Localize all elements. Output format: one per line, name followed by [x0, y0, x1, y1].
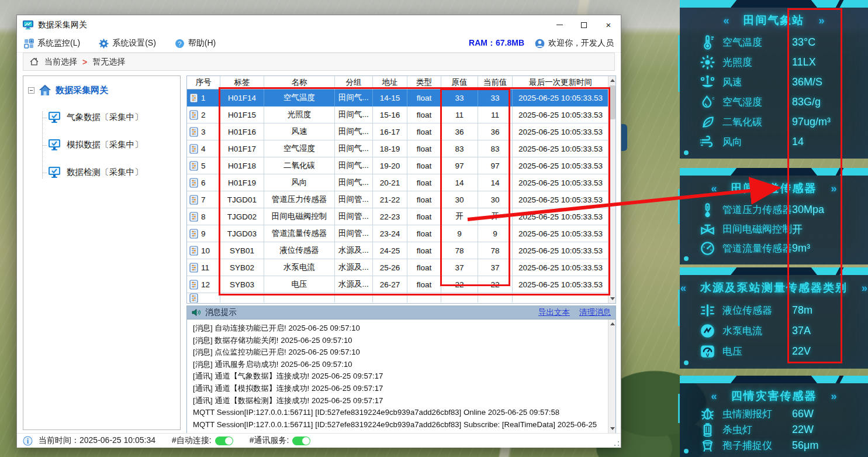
panel-next-icon[interactable]: » [831, 183, 837, 195]
table-header-cell[interactable]: 分组 [335, 76, 373, 90]
message-scrollbar[interactable] [608, 319, 615, 433]
clear-messages-link[interactable]: 清理消息 [579, 307, 611, 318]
sensor-label: 水泵电流 [722, 324, 762, 338]
panel-next-icon[interactable]: » [862, 282, 867, 294]
table-cell: 22-23 [373, 208, 407, 225]
thermometer-icon [700, 35, 715, 50]
table-row[interactable]: 9TJGD03管道流量传感器田间管...23-24float992025-06-… [187, 225, 609, 242]
table-cell: H01F15 [220, 106, 264, 123]
auto-connect-status: #自动连接: [172, 435, 233, 446]
table-row[interactable]: 11SYB02水泵电流水源及...25-26float37372025-06-2… [187, 259, 609, 276]
tree-root-node[interactable]: 数据采集网关 [28, 84, 175, 96]
flyout-handle[interactable] [621, 124, 627, 151]
table-header-cell[interactable]: 类型 [407, 76, 441, 90]
table-header-cell[interactable]: 最后一次更新时间 [513, 76, 609, 90]
table-cell: 2 [187, 106, 220, 123]
table-cell: 田间气... [335, 90, 373, 106]
sensor-label: 二氧化碳 [722, 115, 762, 129]
table-header-cell[interactable]: 当前值 [478, 76, 513, 90]
sensor-value: 33°C [792, 36, 815, 49]
export-text-link[interactable]: 导出文本 [538, 307, 570, 318]
table-scrollbar[interactable] [608, 76, 615, 303]
table-row[interactable]: 1H01F14空气温度田间气...14-15float33332025-06-2… [187, 90, 609, 106]
table-cell: 21-22 [373, 191, 407, 208]
table-cell: TJGD01 [220, 191, 264, 208]
sensor-value: 9m³ [792, 242, 810, 255]
home-gateway-icon [39, 84, 51, 96]
scroll-down-icon[interactable] [608, 294, 616, 303]
sensor-value: 开 [792, 222, 803, 236]
table-cell: 22 [478, 276, 513, 293]
scroll-up-icon[interactable] [608, 76, 616, 85]
panel-title: 水源及泵站测量传感器类别 [700, 280, 848, 295]
panel-prev-icon[interactable]: « [723, 15, 729, 27]
table-row-partial [187, 293, 609, 303]
sensor-row: 风向14 [680, 134, 868, 150]
table-cell: 33 [441, 90, 478, 106]
table-cell: 水泵电流 [264, 259, 335, 276]
table-header-cell[interactable]: 标签 [220, 76, 264, 90]
bug-icon [700, 406, 715, 422]
table-cell: 管道压力传感器 [264, 191, 335, 208]
menu-system-settings[interactable]: 系统设置(S) [99, 38, 156, 49]
panel-next-icon[interactable]: » [819, 15, 825, 27]
comm-service-toggle[interactable] [292, 437, 310, 445]
table-cell: 2025-06-25 10:05:33.53 [513, 225, 609, 242]
table-row[interactable]: 8TJGD02田间电磁阀控制田间管...22-23float开开2025-06-… [187, 208, 609, 225]
tree-item-label: 模拟数据〔采集中〕 [67, 139, 143, 150]
table-row[interactable]: 7TJGD01管道压力传感器田间管...21-22float30302025-0… [187, 191, 609, 208]
table-row[interactable]: 5H01F18二氧化碳田间气...19-20float97972025-06-2… [187, 157, 609, 174]
menu-system-monitor[interactable]: 系统监控(L) [24, 38, 80, 49]
table-cell: 风向 [264, 174, 335, 191]
table-cell: float [407, 225, 441, 242]
table-row[interactable]: 12SYB03电压水源及...26-27float22222025-06-25 … [187, 276, 609, 293]
scroll-up-icon[interactable] [608, 319, 616, 328]
table-row[interactable]: 3H01F16风速田间气...16-17float36362025-06-25 … [187, 123, 609, 140]
table-cell: 78 [478, 242, 513, 259]
message-line: MQTT Session[IP:127.0.0.1:56711] [ID:527… [193, 407, 602, 419]
table-header-cell[interactable]: 地址 [373, 76, 407, 90]
resize-grip[interactable] [613, 440, 620, 447]
menu-help[interactable]: ? 帮助(H) [175, 38, 216, 49]
tree-item-detect[interactable]: 数据检测〔采集中〕 [47, 166, 175, 178]
table-header-cell[interactable]: 原值 [441, 76, 478, 90]
close-button[interactable]: × [596, 15, 621, 35]
minimize-button[interactable] [547, 15, 572, 35]
table-header-cell[interactable]: 序号 [187, 76, 220, 90]
sensor-label: 管道流量传感器 [722, 242, 792, 255]
table-cell: 97 [441, 157, 478, 174]
table-row[interactable]: 4H01F17空气湿度田间气...18-19float83832025-06-2… [187, 140, 609, 157]
table-header-cell[interactable]: 名称 [264, 76, 335, 90]
title-bar: 数据采集网关 × [17, 15, 621, 35]
panel-top-decoration [680, 376, 868, 383]
sensor-row: 风速36M/S [680, 74, 868, 90]
auto-connect-toggle[interactable] [215, 437, 233, 445]
sensor-value: 22W [792, 424, 814, 436]
welcome-user: 欢迎你，开发人员 [535, 38, 614, 49]
table-row[interactable]: 2H01F15光照度田间气...15-16float11112025-06-25… [187, 106, 609, 123]
table-row[interactable]: 10SYB01液位传感器水源及...24-25float78782025-06-… [187, 242, 609, 259]
panel-next-icon[interactable]: » [831, 390, 837, 403]
panel-prev-icon[interactable]: « [711, 183, 717, 195]
tree-item-weather[interactable]: 气象数据〔采集中〕 [47, 111, 175, 123]
sensor-value: 30Mpa [792, 204, 824, 216]
table-cell: 管道流量传感器 [264, 225, 335, 242]
sensor-label: 空气湿度 [722, 95, 762, 109]
panel-top-decoration [680, 0, 868, 8]
home-icon[interactable] [29, 57, 39, 67]
table-cell: 11 [478, 106, 513, 123]
panel-prev-icon[interactable]: « [680, 282, 686, 294]
message-line: [消息] 通讯服务启动成功! 2025-06-25 09:57:10 [193, 359, 602, 371]
scroll-down-icon[interactable] [608, 424, 616, 433]
app-window: 数据采集网关 × 系统监控(L) 系统设置(S) ? 帮助(H) RAM：67.… [16, 15, 621, 448]
maximize-button[interactable] [572, 15, 596, 35]
tree-item-analog[interactable]: 模拟数据〔采集中〕 [47, 139, 175, 151]
table-cell: 14 [478, 174, 513, 191]
status-bar: i 当前时间：2025-06-25 10:05:34 #自动连接: #通讯服务: [17, 433, 621, 448]
panel-prev-icon[interactable]: « [711, 390, 717, 403]
table-cell: 水源及... [335, 276, 373, 293]
sensor-label: 孢子捕捉仪 [722, 439, 772, 452]
tree-collapse-icon[interactable] [28, 87, 34, 94]
table-row[interactable]: 6H01F19风向田间气...20-21float14142025-06-25 … [187, 174, 609, 191]
scroll-thumb[interactable] [609, 85, 615, 119]
